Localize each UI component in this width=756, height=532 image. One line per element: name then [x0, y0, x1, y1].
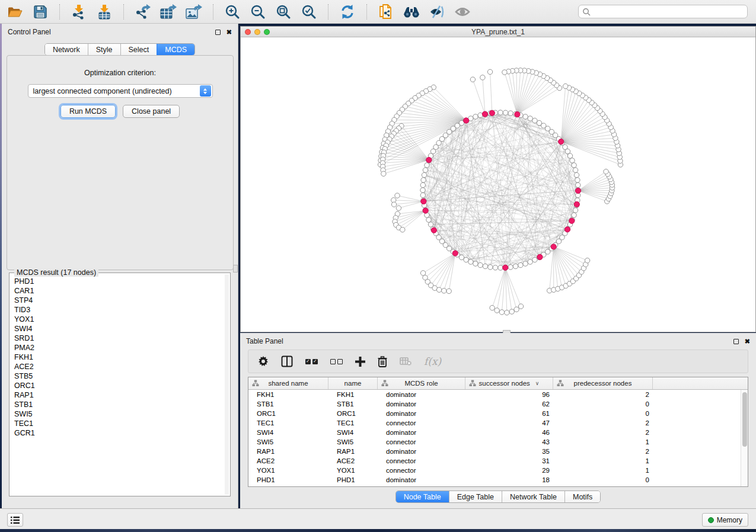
delete-column-icon[interactable]	[378, 356, 387, 367]
mcds-hub-node[interactable]	[431, 227, 436, 233]
mcds-result-item[interactable]: ACE2	[11, 362, 224, 371]
network-node[interactable]	[423, 168, 428, 172]
network-node[interactable]	[488, 265, 493, 270]
mcds-result-item[interactable]: TEC1	[11, 419, 224, 428]
network-node[interactable]	[400, 227, 405, 232]
mcds-hub-node[interactable]	[421, 198, 426, 204]
tab-network[interactable]: Network	[45, 44, 88, 55]
network-node[interactable]	[473, 114, 478, 119]
export-image-icon[interactable]	[185, 3, 203, 21]
table-row[interactable]: STB1STB1dominator620	[248, 399, 741, 409]
duplicate-network-icon[interactable]	[377, 3, 395, 21]
network-node[interactable]	[468, 259, 473, 264]
table-row[interactable]: SWI4SWI4dominator462	[248, 428, 741, 437]
network-node[interactable]	[505, 310, 509, 315]
tab-select[interactable]: Select	[120, 44, 157, 55]
mcds-hub-node[interactable]	[574, 201, 579, 207]
network-node[interactable]	[483, 264, 487, 268]
table-scrollbar[interactable]	[741, 390, 748, 486]
network-node[interactable]	[514, 307, 519, 312]
network-node[interactable]	[473, 261, 478, 266]
network-node[interactable]	[436, 287, 441, 292]
network-node[interactable]	[464, 257, 468, 262]
mcds-result-item[interactable]: YOX1	[11, 315, 224, 324]
mcds-result-item[interactable]: ORC1	[11, 381, 224, 390]
network-node[interactable]	[487, 69, 492, 74]
select-all-columns-icon[interactable]	[305, 359, 318, 364]
task-history-button[interactable]	[7, 513, 23, 527]
network-window-titlebar[interactable]: YPA_prune.txt_1	[241, 27, 755, 37]
vertical-splitter-grip[interactable]	[233, 265, 238, 273]
network-node[interactable]	[499, 310, 504, 315]
network-node[interactable]	[446, 289, 451, 293]
network-node[interactable]	[523, 261, 528, 266]
search-input[interactable]	[591, 8, 744, 16]
network-node[interactable]	[532, 257, 537, 262]
mcds-result-item[interactable]: GCR1	[11, 428, 224, 438]
network-node[interactable]	[391, 202, 396, 207]
network-node[interactable]	[572, 163, 576, 168]
network-node[interactable]	[493, 265, 497, 270]
close-table-panel-icon[interactable]: ✖	[745, 339, 750, 344]
tab-style[interactable]: Style	[88, 44, 120, 55]
network-node[interactable]	[381, 171, 386, 176]
network-node[interactable]	[604, 169, 608, 174]
table-row[interactable]: FKH1FKH1dominator962	[248, 390, 741, 399]
mcds-result-item[interactable]: PMA2	[11, 343, 224, 352]
network-node[interactable]	[572, 213, 576, 217]
network-node[interactable]	[425, 163, 429, 168]
mcds-hub-node[interactable]	[575, 188, 580, 193]
network-node[interactable]	[576, 182, 580, 187]
memory-button[interactable]: Memory	[702, 513, 748, 527]
split-view-icon[interactable]	[281, 355, 293, 367]
mcds-hub-node[interactable]	[503, 265, 508, 270]
network-node[interactable]	[495, 308, 499, 313]
mcds-result-item[interactable]: TID3	[11, 305, 224, 315]
close-panel-button[interactable]: Close panel	[123, 105, 180, 118]
export-network-icon[interactable]	[134, 3, 152, 21]
add-column-icon[interactable]	[355, 357, 365, 367]
close-panel-icon[interactable]: ✖	[227, 30, 232, 35]
table-row[interactable]: SWI5SWI5connector431	[248, 437, 741, 447]
network-node[interactable]	[508, 111, 513, 116]
tab-motifs[interactable]: Motifs	[564, 491, 600, 502]
mcds-hub-node[interactable]	[482, 111, 487, 117]
network-node[interactable]	[575, 178, 580, 182]
mcds-result-item[interactable]: PHD1	[11, 277, 224, 286]
zoom-fit-icon[interactable]	[275, 3, 292, 21]
import-network-icon[interactable]	[70, 3, 88, 21]
network-node[interactable]	[480, 75, 485, 80]
tab-edge-table[interactable]: Edge Table	[449, 491, 502, 502]
mcds-result-item[interactable]: SWI5	[11, 409, 224, 419]
mcds-result-item[interactable]: FKH1	[11, 352, 224, 362]
network-node[interactable]	[567, 153, 572, 158]
mcds-hub-node[interactable]	[426, 157, 432, 162]
network-node[interactable]	[428, 222, 433, 227]
mcds-result-item[interactable]: SRD1	[11, 334, 224, 343]
network-node[interactable]	[420, 271, 425, 275]
run-mcds-button[interactable]: Run MCDS	[60, 105, 116, 118]
column-header-successor-nodes[interactable]: successor nodes∨	[465, 377, 553, 389]
float-table-panel-icon[interactable]	[733, 339, 739, 344]
network-node[interactable]	[523, 114, 528, 119]
network-node[interactable]	[459, 255, 464, 259]
network-node[interactable]	[513, 264, 518, 268]
network-node[interactable]	[509, 309, 514, 314]
mcds-hub-node[interactable]	[423, 208, 428, 213]
column-header-MCDS-role[interactable]: MCDS role	[378, 377, 465, 389]
search-network-icon[interactable]	[403, 3, 420, 21]
tab-network-table[interactable]: Network Table	[502, 491, 564, 502]
network-node[interactable]	[426, 217, 431, 222]
zoom-out-icon[interactable]	[249, 3, 267, 21]
table-scrollbar-thumb[interactable]	[742, 392, 747, 447]
network-node[interactable]	[518, 262, 523, 267]
mcds-result-item[interactable]: STB1	[11, 400, 224, 409]
mcds-hub-node[interactable]	[569, 218, 575, 223]
mcds-hub-node[interactable]	[452, 251, 458, 256]
network-node[interactable]	[528, 259, 532, 264]
save-icon[interactable]	[31, 3, 49, 21]
mcds-hub-node[interactable]	[537, 254, 543, 259]
table-row[interactable]: ORC1ORC1dominator610	[248, 409, 741, 418]
zoom-in-icon[interactable]	[224, 3, 241, 21]
hide-selected-icon[interactable]	[428, 3, 446, 21]
